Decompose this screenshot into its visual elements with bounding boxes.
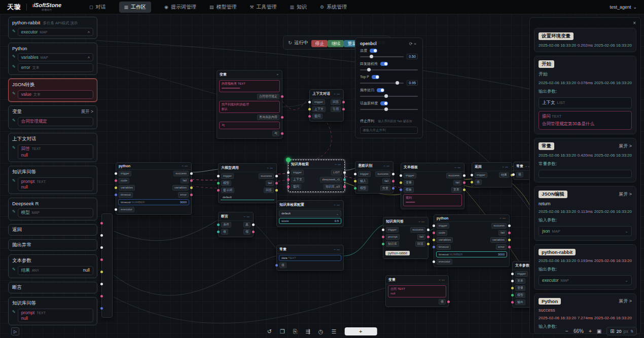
chevron-down-icon[interactable]: ⌄ xyxy=(625,229,628,234)
expand-link[interactable]: 展开 > xyxy=(81,109,93,115)
zoom-out-button[interactable]: − xyxy=(565,328,568,334)
canvas-node[interactable]: 变量−⋯合同 TEXTnull值 xyxy=(385,275,449,307)
node-input[interactable]: timeout NUMBER3000 xyxy=(436,251,507,257)
slider-thumb[interactable] xyxy=(396,81,399,85)
port-dot[interactable] xyxy=(433,224,435,227)
port-dot[interactable] xyxy=(190,186,193,189)
port-dot[interactable] xyxy=(511,301,514,304)
sidebar-card[interactable]: python-rabbit多任务 API模式 演示✎executorMAP˄ xyxy=(8,17,97,39)
port-dot[interactable] xyxy=(100,307,103,310)
slider[interactable] xyxy=(360,109,418,110)
field-box[interactable]: 回答TEXTnull xyxy=(18,144,93,159)
port-dot[interactable] xyxy=(115,179,117,182)
expand-link[interactable]: 展开 > xyxy=(619,298,632,305)
port-dot[interactable] xyxy=(115,208,117,211)
port-dot[interactable] xyxy=(511,273,514,275)
port-dot[interactable] xyxy=(471,181,473,183)
node-input[interactable]: timeout NUMBER3000 xyxy=(118,199,189,205)
port-dot[interactable] xyxy=(400,181,402,184)
red-action-button[interactable]: 停止 xyxy=(311,40,328,47)
node-select[interactable]: default⌄ xyxy=(279,210,341,217)
port-dot[interactable] xyxy=(433,246,435,248)
canvas-node[interactable]: 常量−⋯data TEXT值 xyxy=(276,245,344,271)
field-box[interactable]: error文本 xyxy=(18,63,93,72)
port-dot[interactable] xyxy=(115,186,117,189)
close-icon[interactable]: × xyxy=(276,73,279,76)
port-dot[interactable] xyxy=(392,173,395,175)
more-icon[interactable]: ⋯ xyxy=(442,279,446,282)
port-dot[interactable] xyxy=(342,101,345,103)
port-dot[interactable] xyxy=(508,246,511,248)
value-box[interactable]: 内容预检查 TEXT━━━━━━━━━━ xyxy=(219,80,280,92)
canvas-node[interactable]: 断言−⋯条件真值假 xyxy=(218,212,254,237)
sidebar-card[interactable]: Deepseek R✎模型MAP xyxy=(8,198,97,220)
port-dot[interactable] xyxy=(190,179,193,182)
field-box[interactable]: 合同管理规定 xyxy=(18,117,93,126)
port-dot[interactable] xyxy=(281,95,283,98)
port-dot[interactable] xyxy=(508,239,511,241)
port-dot[interactable] xyxy=(392,187,395,190)
port-dot[interactable] xyxy=(308,115,311,118)
value-box[interactable]: 找不到规则时的处理默认 xyxy=(219,101,280,113)
sidebar-card[interactable]: 文本参数✎结果ANYnull xyxy=(8,254,97,278)
port-dot[interactable] xyxy=(275,182,278,184)
sidebar-card[interactable]: 上下文对话✎回答TEXTnull xyxy=(8,133,97,162)
more-icon[interactable]: ⋯ xyxy=(338,163,342,166)
sidebar-card[interactable]: 抛出异常 xyxy=(8,239,97,251)
more-icon[interactable]: ⋯ xyxy=(337,248,341,251)
port-dot[interactable] xyxy=(471,174,473,176)
list-icon[interactable]: ☰ xyxy=(331,328,336,335)
port-dot[interactable] xyxy=(217,223,220,226)
menu-item-tools[interactable]: ⚒工具管理 xyxy=(249,4,276,11)
sidebar-card[interactable]: 返回 xyxy=(8,224,97,236)
canvas-node[interactable]: 大模型调用−⋯triggersuccess模型fail提示词回答default xyxy=(218,163,277,203)
port-dot[interactable] xyxy=(115,194,117,196)
canvas-node[interactable]: 上下文对话−⋯trigger回答上下文引用提问 xyxy=(309,89,344,122)
user-menu[interactable]: test_agent ⌄ xyxy=(610,5,637,10)
port-dot[interactable] xyxy=(287,185,290,188)
more-icon[interactable]: ⋯ xyxy=(421,220,425,223)
more-icon[interactable]: ⋯ xyxy=(457,166,461,169)
refresh-icon[interactable]: ⟳ xyxy=(409,42,414,46)
sidebar-card[interactable]: 断言 xyxy=(8,282,97,293)
port-dot[interactable] xyxy=(427,236,430,238)
menu-item-chat[interactable]: ◻对话 xyxy=(89,4,105,11)
sidebar-card[interactable]: Python✎variablesMAP˄✎error文本 xyxy=(8,43,97,75)
canvas-node[interactable]: 意图识别−⋯triggersuccess输入fail模型分支 xyxy=(355,161,393,194)
expand-link[interactable]: 展开 > xyxy=(619,143,632,149)
flow-icon[interactable]: ⇶ xyxy=(306,328,310,335)
sidebar-card[interactable]: JSON转换✎value文本 xyxy=(8,79,97,102)
slider-thumb[interactable] xyxy=(384,94,388,98)
more-icon[interactable]: ⋯ xyxy=(505,166,509,169)
param-box[interactable]: 上下文LIST xyxy=(539,97,632,108)
canvas-node[interactable]: python−⋯triggersuccesscodefailvariablesv… xyxy=(434,214,510,267)
port-dot[interactable] xyxy=(354,180,356,182)
port-dot[interactable] xyxy=(252,223,255,226)
port-dot[interactable] xyxy=(100,295,103,297)
port-dot[interactable] xyxy=(100,258,103,261)
port-dot[interactable] xyxy=(463,174,466,177)
field-box[interactable]: 结果ANYnull xyxy=(18,266,93,275)
port-dot[interactable] xyxy=(100,246,103,249)
port-dot[interactable] xyxy=(287,178,290,181)
port-dot[interactable] xyxy=(281,132,283,135)
slider[interactable] xyxy=(360,56,404,57)
close-icon[interactable]: × xyxy=(633,20,636,26)
port-dot[interactable] xyxy=(382,243,384,245)
port-dot[interactable] xyxy=(100,283,103,285)
port-dot[interactable] xyxy=(512,173,515,176)
frame-icon[interactable]: ❐ xyxy=(280,328,285,335)
field-box[interactable]: promptTEXTnull xyxy=(18,177,93,191)
expand-link[interactable]: 展开 > xyxy=(619,191,632,198)
fit-view-icon[interactable]: ▣ xyxy=(597,328,601,334)
canvas-node[interactable]: 文本模板−⋯triggersuccess变量fail模板文本规则━━━━━ xyxy=(401,163,464,209)
port-dot[interactable] xyxy=(400,174,402,177)
node-input[interactable]: default xyxy=(221,195,274,200)
clipboard-icon[interactable]: ⎘ xyxy=(293,328,298,335)
port-dot[interactable] xyxy=(343,178,346,181)
param-box[interactable]: executorMAP⌄ xyxy=(539,275,632,285)
value-box[interactable]: 合同 TEXTnull xyxy=(388,285,446,297)
green-action-button[interactable]: 继续 xyxy=(328,40,344,47)
canvas-node[interactable]: 知识库问答−⋯triggersuccesspromptfail知识库回答pyth… xyxy=(383,217,428,259)
add-node-button[interactable]: + xyxy=(344,327,377,335)
